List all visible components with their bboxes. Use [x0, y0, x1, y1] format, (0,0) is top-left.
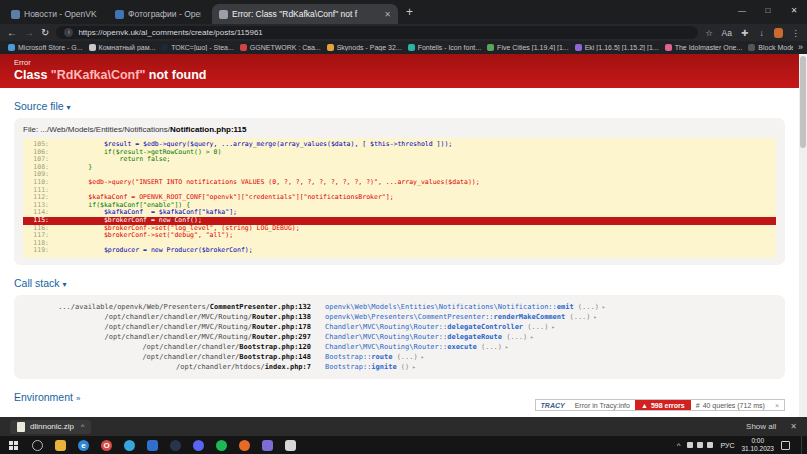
- expand-arrow-icon[interactable]: ▸: [530, 332, 534, 342]
- browser-tab[interactable]: Фотографии - OpenVK: [108, 4, 212, 24]
- network-icon[interactable]: [697, 442, 703, 448]
- queries-icon: #: [696, 402, 700, 409]
- section-call-stack[interactable]: Call stack ▾: [14, 277, 799, 289]
- onedrive-icon[interactable]: [687, 442, 693, 448]
- taskbar-firefox-icon[interactable]: [233, 436, 256, 454]
- extensions-icon[interactable]: ✚: [740, 28, 749, 38]
- new-tab-button[interactable]: +: [406, 2, 413, 22]
- stack-args: (...): [523, 323, 548, 331]
- profile-avatar[interactable]: [774, 28, 783, 38]
- bookmark-item[interactable]: Fontells - Icon font...: [408, 44, 481, 51]
- stack-args: (...): [477, 343, 502, 351]
- minimize-button[interactable]: —: [729, 0, 755, 24]
- bookmark-item[interactable]: Eki [1.16.5] [1.15.2] [1...: [575, 44, 659, 51]
- download-expand-icon[interactable]: ^: [81, 423, 84, 430]
- expand-arrow-icon[interactable]: ▸: [602, 302, 606, 312]
- taskbar-mail-icon[interactable]: [279, 436, 302, 454]
- code-line: 119: $producer = new Producer($brokerCon…: [23, 247, 776, 255]
- close-downloads-bar-icon[interactable]: ✕: [790, 422, 797, 431]
- bookmark-item[interactable]: Комнатный рам...: [89, 44, 156, 51]
- reload-button[interactable]: ↻: [41, 24, 49, 41]
- show-all-downloads-button[interactable]: Show all: [746, 422, 776, 431]
- bookmark-favicon: [487, 44, 494, 51]
- expand-arrow-icon[interactable]: ▸: [594, 312, 598, 322]
- taskbar-clock[interactable]: 0:00 31.10.2023: [741, 437, 774, 453]
- taskbar-vscode-icon[interactable]: [141, 436, 164, 454]
- tracy-errors-badge[interactable]: ▲ 598 errors: [635, 400, 691, 410]
- window-controls: — □ ✕: [729, 0, 807, 24]
- url-box[interactable]: i https://openvk.uk/al_comments/create/p…: [56, 26, 697, 39]
- taskbar-telegram-icon[interactable]: [118, 436, 141, 454]
- address-bar: ← → ↻ i https://openvk.uk/al_comments/cr…: [0, 24, 807, 41]
- tracy-close-icon[interactable]: ×: [770, 400, 784, 410]
- stack-call-link[interactable]: Chandler\MVC\Routing\Router::delegateRou…: [325, 332, 527, 342]
- volume-icon[interactable]: [707, 442, 713, 448]
- taskbar-steam-icon[interactable]: [164, 436, 187, 454]
- tab-favicon: [115, 10, 124, 19]
- windows-logo-icon: [9, 441, 18, 450]
- start-button[interactable]: [0, 436, 26, 454]
- stack-call-link[interactable]: openvk\Web\Presenters\CommentPresenter::…: [325, 312, 591, 322]
- stack-call-link[interactable]: Chandler\MVC\Routing\Router::execute (..…: [325, 342, 502, 352]
- bookmark-item[interactable]: GGNETWORK : Сва...: [240, 44, 321, 51]
- tab-close-icon[interactable]: ✕: [384, 10, 391, 19]
- bookmark-item[interactable]: Five Cities [1.19.4] [1...: [487, 44, 569, 51]
- bookmark-item[interactable]: Block Models: [748, 44, 799, 51]
- bookmark-favicon: [240, 44, 247, 51]
- stack-call-link[interactable]: Bootstrap::ignite (): [325, 362, 409, 372]
- scrollbar-thumb[interactable]: [800, 56, 806, 148]
- bookmark-item[interactable]: Microsoft Store - G...: [8, 44, 83, 51]
- taskbar-search-icon[interactable]: [26, 436, 49, 454]
- download-item[interactable]: dlinnonic.zip ^: [10, 420, 91, 434]
- bookmark-favicon: [8, 44, 15, 51]
- stack-file: index.php: [265, 363, 303, 371]
- show-desktop-button[interactable]: [801, 436, 804, 454]
- downloads-icon[interactable]: ↓: [757, 28, 766, 38]
- expand-arrow-icon[interactable]: ▸: [505, 342, 509, 352]
- stack-call-link[interactable]: openvk\Web\Models\Entities\Notifications…: [325, 302, 599, 312]
- language-indicator[interactable]: РУС: [720, 442, 734, 449]
- translate-icon[interactable]: Aа: [722, 28, 732, 38]
- bookmark-item[interactable]: The Idolmaster One...: [665, 44, 743, 51]
- stack-row: /opt/chandler/chandler/Bootstrap.php:120…: [23, 342, 776, 352]
- tracy-info[interactable]: Error in Tracy:info: [570, 400, 635, 410]
- section-caret-icon: »: [76, 394, 80, 403]
- taskbar-edge-icon[interactable]: e: [72, 436, 95, 454]
- taskbar: e O ^ РУ: [0, 436, 807, 454]
- section-source-file[interactable]: Source file ▾: [14, 100, 799, 112]
- bookmark-star-icon[interactable]: ☆: [705, 28, 714, 38]
- back-button[interactable]: ←: [7, 24, 17, 41]
- close-window-button[interactable]: ✕: [781, 0, 807, 24]
- page-scrollbar[interactable]: [799, 54, 807, 417]
- tracy-queries[interactable]: # 40 queries (712 ms): [691, 400, 770, 410]
- browser-tab[interactable]: Новости - OpenVK: [4, 4, 108, 24]
- expand-arrow-icon[interactable]: ▸: [421, 352, 425, 362]
- bookmark-item[interactable]: Skynods - Page 32...: [327, 44, 402, 51]
- notification-center-icon[interactable]: [781, 441, 790, 450]
- site-info-icon[interactable]: i: [64, 28, 73, 37]
- stack-call-link[interactable]: Chandler\MVC\Routing\Router::delegateCon…: [325, 322, 548, 332]
- stack-call-link[interactable]: Bootstrap::route (...): [325, 352, 418, 362]
- menu-icon[interactable]: ⋮: [791, 28, 800, 38]
- taskbar-explorer-icon[interactable]: [49, 436, 72, 454]
- forward-button[interactable]: →: [24, 24, 34, 41]
- maximize-button[interactable]: □: [755, 0, 781, 24]
- taskbar-spotify-icon[interactable]: [210, 436, 233, 454]
- bookmark-item[interactable]: ТОКС=[шо] - Stea...: [161, 44, 233, 51]
- expand-arrow-icon[interactable]: ▸: [412, 362, 416, 372]
- taskbar-opera-icon[interactable]: O: [95, 436, 118, 454]
- code-line: 110: $edb->query("INSERT INTO notificati…: [23, 179, 776, 187]
- bookmarks-overflow-icon[interactable]: »: [793, 41, 803, 54]
- stack-method: renderMakeComment: [494, 313, 566, 321]
- tray-expand-icon[interactable]: ^: [677, 441, 681, 450]
- browser-tab[interactable]: Error: Class "RdKafka\Conf" not f ✕: [212, 4, 398, 24]
- browser-chrome: Новости - OpenVK Фотографии - OpenVK Err…: [0, 0, 807, 54]
- bookmark-favicon: [575, 44, 582, 51]
- error-class-name: "RdKafka\Conf": [51, 68, 146, 82]
- url-text[interactable]: https://openvk.uk/al_comments/create/pos…: [78, 28, 262, 37]
- expand-arrow-icon[interactable]: ▸: [551, 322, 555, 332]
- taskbar-photos-icon[interactable]: [256, 436, 279, 454]
- file-name: Notification.php: [170, 125, 231, 134]
- source-file-panel: File: .../Web/Models/Entities/Notificati…: [14, 118, 785, 265]
- taskbar-discord-icon[interactable]: [187, 436, 210, 454]
